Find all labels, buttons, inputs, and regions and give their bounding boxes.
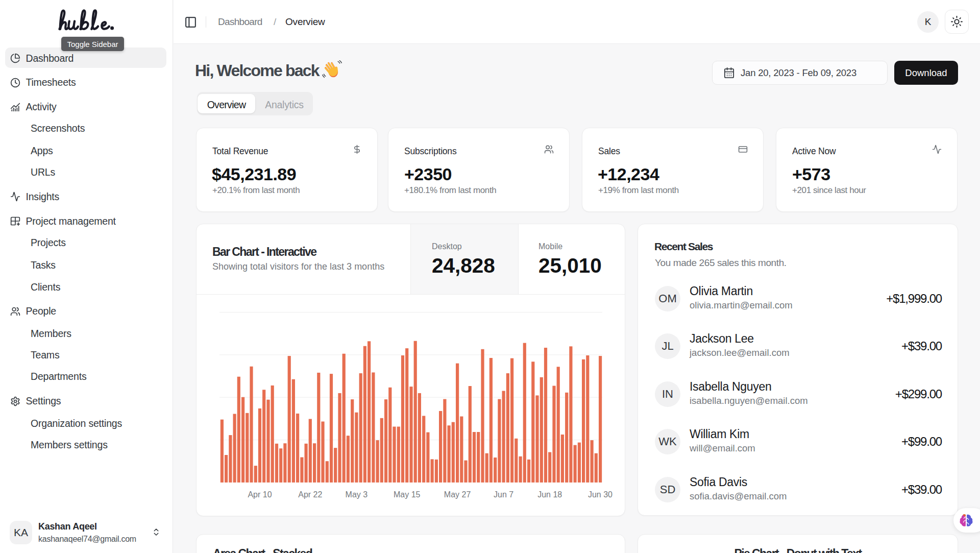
- svg-text:Jun 7: Jun 7: [494, 490, 513, 499]
- svg-text:Apr 10: Apr 10: [248, 490, 272, 499]
- svg-text:May 15: May 15: [394, 490, 421, 499]
- svg-text:May 27: May 27: [444, 490, 471, 499]
- svg-text:Jun 18: Jun 18: [537, 490, 562, 499]
- svg-text:May 3: May 3: [346, 490, 368, 499]
- svg-text:Apr 22: Apr 22: [298, 490, 322, 499]
- svg-text:Jun 30: Jun 30: [588, 490, 612, 499]
